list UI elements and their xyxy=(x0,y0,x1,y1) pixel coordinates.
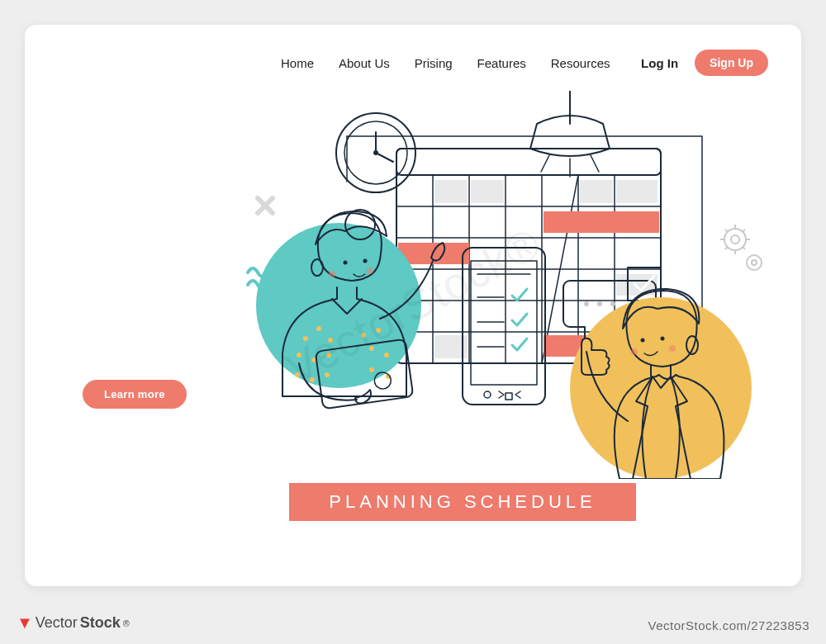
nav-pricing[interactable]: Prising xyxy=(415,56,453,70)
svg-point-64 xyxy=(328,338,333,343)
svg-point-72 xyxy=(376,328,381,333)
svg-point-67 xyxy=(326,353,331,358)
svg-line-27 xyxy=(376,153,393,162)
svg-point-83 xyxy=(631,348,638,355)
svg-rect-19 xyxy=(544,211,659,233)
svg-point-69 xyxy=(310,377,315,382)
svg-point-82 xyxy=(661,337,665,341)
brand-b: Stock xyxy=(80,614,121,632)
svg-rect-17 xyxy=(580,180,613,203)
svg-rect-2 xyxy=(396,149,661,175)
svg-point-73 xyxy=(369,346,374,351)
signup-button[interactable]: Sign Up xyxy=(695,50,768,76)
svg-point-74 xyxy=(384,353,389,358)
svg-line-50 xyxy=(743,247,745,249)
svg-point-84 xyxy=(669,345,676,352)
landing-card: Home About Us Prising Features Resources… xyxy=(25,25,801,586)
brand-a: Vector xyxy=(36,614,78,632)
man-avatar-icon xyxy=(570,289,752,479)
svg-point-63 xyxy=(316,326,321,331)
svg-point-38 xyxy=(597,301,602,306)
svg-point-44 xyxy=(731,235,739,244)
svg-line-49 xyxy=(725,230,728,232)
svg-rect-32 xyxy=(506,393,512,400)
woman-avatar-icon xyxy=(256,210,444,409)
nav-links: Home About Us Prising Features Resources xyxy=(281,56,610,70)
svg-point-58 xyxy=(344,261,348,265)
svg-point-70 xyxy=(325,372,330,377)
nav-resources[interactable]: Resources xyxy=(551,56,610,70)
svg-point-75 xyxy=(369,367,374,372)
nav-right: Log In Sign Up xyxy=(641,50,768,76)
deco-x-icon xyxy=(258,198,273,213)
clock-icon xyxy=(336,113,415,192)
nav-features[interactable]: Features xyxy=(477,56,526,70)
svg-point-28 xyxy=(373,150,378,155)
svg-point-39 xyxy=(610,301,615,306)
svg-point-37 xyxy=(584,301,589,306)
nav-about[interactable]: About Us xyxy=(339,56,390,70)
svg-rect-30 xyxy=(471,261,537,385)
phone-icon xyxy=(463,248,545,405)
svg-point-54 xyxy=(752,260,757,265)
lamp-icon xyxy=(530,91,610,177)
svg-rect-18 xyxy=(616,180,657,203)
hero-illustration xyxy=(240,91,768,479)
svg-rect-16 xyxy=(471,180,504,203)
vectorstock-logo: ▼ VectorStock® xyxy=(17,613,130,632)
svg-rect-15 xyxy=(434,180,468,203)
deco-gears-icon xyxy=(720,225,762,270)
svg-point-65 xyxy=(297,353,301,358)
svg-point-59 xyxy=(363,259,368,263)
svg-rect-29 xyxy=(463,248,545,405)
nav-home[interactable]: Home xyxy=(281,56,314,70)
hero-title-banner: PLANNING SCHEDULE xyxy=(289,483,636,521)
svg-point-68 xyxy=(295,372,300,377)
svg-point-62 xyxy=(303,336,308,341)
svg-line-52 xyxy=(725,247,728,249)
svg-point-60 xyxy=(329,271,335,277)
svg-point-31 xyxy=(484,391,491,398)
svg-point-61 xyxy=(367,268,373,274)
hero-title: PLANNING SCHEDULE xyxy=(329,491,596,513)
svg-line-51 xyxy=(743,230,745,232)
svg-point-81 xyxy=(641,339,645,343)
vectorstock-id: VectorStock.com/27223853 xyxy=(648,618,809,632)
learn-more-button[interactable]: Learn more xyxy=(83,380,187,409)
login-link[interactable]: Log In xyxy=(641,56,678,70)
svg-point-53 xyxy=(747,255,762,270)
svg-point-71 xyxy=(361,333,366,338)
